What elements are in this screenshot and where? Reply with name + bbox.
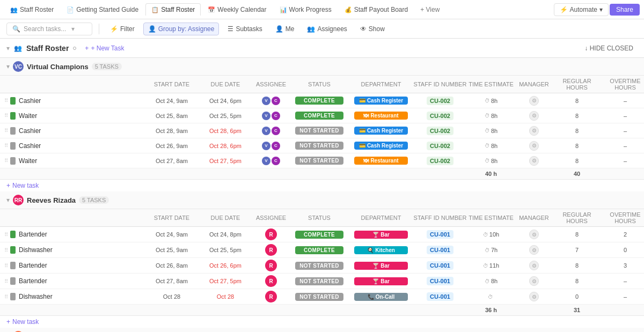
time-estimate-icon: ⏱ [485, 128, 490, 134]
drag-handle-icon[interactable]: ⠿ [4, 247, 8, 253]
tab-staff-roster-main[interactable]: 👥 Staff Roster [4, 3, 60, 16]
assignees-button[interactable]: 👥 Assignees [303, 23, 351, 35]
tab-getting-started[interactable]: 📄 Getting Started Guide [61, 3, 144, 16]
multi-assignee: V C [262, 157, 280, 165]
dept-label: Cash Register [367, 128, 403, 134]
task-name[interactable]: Bartender [19, 262, 47, 269]
manager-avatar: ⚙ [529, 261, 539, 270]
task-due-date: Oct 27, 5pm [199, 158, 252, 164]
status-badge[interactable]: NOT STARTED [295, 157, 343, 165]
task-name[interactable]: Waiter [19, 157, 37, 165]
task-start-date: Oct 28, 9am [145, 128, 199, 134]
task-name[interactable]: Cashier [19, 142, 41, 150]
hide-closed-label: ↓ HIDE CLOSED [584, 45, 633, 52]
task-name[interactable]: Cashier [19, 97, 41, 105]
task-name[interactable]: Dishwasher [19, 293, 53, 300]
search-dropdown-icon: ▾ [71, 25, 75, 33]
new-task-button[interactable]: + + New Task [80, 43, 128, 54]
col-header-due: DUE DATE [199, 81, 252, 87]
share-button[interactable]: Share [610, 4, 640, 16]
staff-payout-icon: 💰 [345, 6, 352, 13]
task-time-estimate: 8h [491, 128, 497, 134]
assignees-label: Assignees [317, 25, 347, 33]
drag-handle-icon[interactable]: ⠿ [4, 143, 8, 149]
task-overtime-hours: – [601, 128, 644, 134]
share-label: Share [616, 6, 633, 13]
status-badge[interactable]: COMPLETE [295, 231, 343, 239]
task-time-estimate: 11h [489, 262, 499, 269]
search-box[interactable]: 🔍 Search tasks... ▾ [6, 23, 92, 35]
task-due-date: Oct 24, 6pm [199, 98, 252, 104]
status-badge[interactable]: NOT STARTED [295, 262, 343, 270]
drag-handle-icon[interactable]: ⠿ [4, 158, 8, 164]
task-status-cell: NOT STARTED [290, 293, 349, 301]
page-header-settings-dot[interactable] [73, 47, 76, 50]
add-view-button[interactable]: + View [415, 4, 445, 16]
page-header-collapse-icon[interactable]: ▾ [6, 45, 10, 52]
col-header-reghours: REGULAR HOURS [553, 78, 601, 91]
tab-work-progress[interactable]: 📊 Work Progress [274, 3, 338, 16]
status-badge[interactable]: NOT STARTED [295, 127, 343, 135]
task-name-cell: ⠿ Waiter [0, 112, 145, 120]
task-staffid-cell: CU-001 [413, 277, 467, 285]
drag-handle-icon[interactable]: ⠿ [4, 294, 8, 300]
subtasks-icon: ☰ [228, 25, 233, 33]
automate-button[interactable]: ⚡ Automate ▾ [554, 3, 609, 16]
tab-staff-payout[interactable]: 💰 Staff Payout Board [339, 3, 414, 16]
task-dept-cell: 🍸 Bar [349, 231, 413, 239]
task-status-cell: NOT STARTED [290, 127, 349, 135]
dept-badge: 🍳 Kitchen [354, 246, 408, 254]
task-row: ⠿ Cashier Oct 24, 9am Oct 24, 6pm V C CO… [0, 93, 644, 108]
task-due-date: Oct 27, 5pm [199, 278, 252, 284]
task-start-date: Oct 24, 9am [145, 98, 199, 104]
drag-handle-icon[interactable]: ⠿ [4, 232, 8, 238]
dept-icon: 📞 [368, 294, 374, 300]
group-collapse-icon[interactable]: ▾ [6, 63, 10, 70]
staff-id-badge: CU-001 [427, 292, 453, 301]
task-name[interactable]: Waiter [19, 112, 37, 120]
status-badge[interactable]: NOT STARTED [295, 293, 343, 301]
drag-handle-icon[interactable]: ⠿ [4, 263, 8, 269]
drag-handle-icon[interactable]: ⠿ [4, 278, 8, 284]
drag-handle-icon[interactable]: ⠿ [4, 98, 8, 104]
status-badge[interactable]: COMPLETE [295, 97, 343, 105]
status-badge[interactable]: NOT STARTED [295, 277, 343, 285]
hide-closed-button[interactable]: ↓ HIDE CLOSED [580, 43, 638, 54]
group1-tasks: ⠿ Bartender Oct 24, 9am Oct 24, 8pm R CO… [0, 227, 644, 305]
task-row: ⠿ Bartender Oct 26, 8am Oct 26, 6pm R NO… [0, 258, 644, 274]
tab-staff-roster-active[interactable]: 📋 Staff Roster [145, 3, 201, 16]
task-name[interactable]: Bartender [19, 231, 47, 238]
task-name[interactable]: Dishwasher [19, 246, 53, 254]
time-estimate-icon: ⏱ [483, 263, 488, 269]
task-name[interactable]: Bartender [19, 277, 47, 285]
dept-label: On-Call [376, 294, 395, 300]
task-color-indicator [10, 112, 16, 120]
time-estimate-icon: ⏱ [485, 158, 490, 164]
show-button[interactable]: 👁 Show [356, 23, 389, 35]
time-estimate-icon: ⏱ [485, 278, 490, 284]
subtasks-button[interactable]: ☰ Subtasks [223, 23, 266, 35]
drag-handle-icon[interactable]: ⠿ [4, 128, 8, 134]
group-avatar: VC [13, 61, 24, 72]
status-badge[interactable]: COMPLETE [295, 112, 343, 120]
tab-weekly-calendar-label: Weekly Calendar [217, 6, 266, 13]
task-start-date: Oct 26, 8am [145, 262, 199, 269]
task-time-cell: ⏱ 10h [467, 231, 515, 238]
new-task-row-2[interactable]: + New task [0, 316, 644, 328]
status-badge[interactable]: COMPLETE [295, 246, 343, 254]
task-time-cell: ⏱ 7h [467, 247, 515, 253]
status-badge[interactable]: NOT STARTED [295, 142, 343, 150]
group-by-button[interactable]: 👤 Group by: Assignee [143, 23, 219, 35]
tab-weekly-calendar[interactable]: 📅 Weekly Calendar [202, 3, 272, 16]
task-dept-cell: 🍸 Bar [349, 277, 413, 285]
filter-button[interactable]: ⚡ Filter [106, 23, 139, 35]
drag-handle-icon[interactable]: ⠿ [4, 113, 8, 119]
new-task-label: + New Task [91, 45, 124, 52]
group2-collapse-icon[interactable]: ▾ [6, 196, 10, 204]
task-regular-hours: 8 [553, 128, 601, 134]
me-label: Me [286, 25, 295, 33]
me-button[interactable]: 👤 Me [271, 23, 299, 35]
automate-icon: ⚡ [560, 6, 568, 13]
new-task-row-1[interactable]: + New task [0, 180, 644, 191]
task-name[interactable]: Cashier [19, 127, 41, 135]
